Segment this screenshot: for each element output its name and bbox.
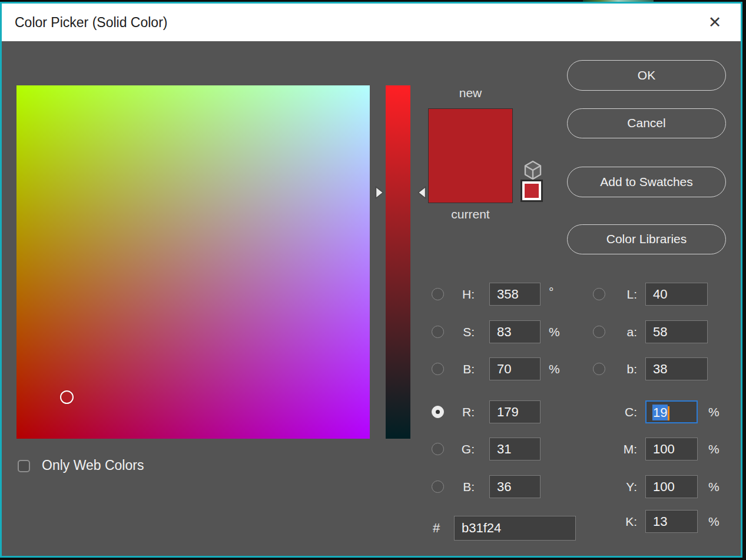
screen: Color Picker (Solid Color) ✕ new current… <box>0 0 746 560</box>
radio-h[interactable] <box>432 288 444 300</box>
label-r: R: <box>447 400 475 423</box>
radio-s[interactable] <box>432 326 444 338</box>
titlebar[interactable]: Color Picker (Solid Color) ✕ <box>2 4 741 41</box>
input-m[interactable]: 100 <box>645 438 698 460</box>
selected-text: 19 <box>652 405 668 420</box>
web-safe-color-swatch[interactable] <box>522 181 541 200</box>
only-web-colors-label: Only Web Colors <box>42 458 144 473</box>
label-y: Y: <box>606 475 637 498</box>
label-a: a: <box>606 320 637 343</box>
label-b-rgb: B: <box>447 475 475 498</box>
input-h[interactable]: 358 <box>489 283 541 306</box>
input-b-hsb[interactable]: 70 <box>489 357 541 380</box>
label-b-hsb: B: <box>447 357 475 380</box>
radio-r-selected[interactable] <box>432 406 444 418</box>
radio-b-rgb[interactable] <box>432 481 444 493</box>
color-picker-dialog: Color Picker (Solid Color) ✕ new current… <box>0 2 742 558</box>
unit-c: % <box>708 400 720 423</box>
radio-g[interactable] <box>432 443 444 455</box>
color-field-blue-gradient <box>16 85 370 439</box>
input-hex[interactable]: b31f24 <box>454 516 576 541</box>
new-color-label: new <box>428 86 513 100</box>
input-l[interactable]: 40 <box>645 283 708 306</box>
unit-s: % <box>549 320 560 343</box>
color-libraries-button[interactable]: Color Libraries <box>567 224 726 254</box>
unit-k: % <box>708 510 720 533</box>
input-g[interactable]: 31 <box>489 438 541 460</box>
add-to-swatches-button[interactable]: Add to Swatches <box>567 167 726 197</box>
slider-handle-right-icon[interactable] <box>417 186 426 199</box>
label-s: S: <box>447 320 475 343</box>
input-r[interactable]: 179 <box>489 400 541 423</box>
only-web-colors-checkbox[interactable] <box>18 460 30 472</box>
close-icon[interactable]: ✕ <box>704 12 725 33</box>
color-field[interactable] <box>16 85 370 439</box>
input-y[interactable]: 100 <box>645 475 698 498</box>
label-hex: # <box>433 516 440 541</box>
radio-b-hsb[interactable] <box>432 363 444 375</box>
current-color-swatch[interactable] <box>429 156 512 203</box>
input-b-rgb[interactable]: 36 <box>489 475 541 498</box>
slider-handle-left-icon[interactable] <box>375 186 384 199</box>
current-color-label: current <box>428 207 513 221</box>
label-m: M: <box>606 438 637 460</box>
label-h: H: <box>447 283 475 306</box>
unit-h: ° <box>549 280 553 303</box>
text-caret <box>668 406 669 420</box>
input-s[interactable]: 83 <box>489 320 541 343</box>
input-c-focused[interactable]: 19 <box>645 400 698 423</box>
radio-l[interactable] <box>593 288 605 300</box>
new-color-swatch <box>429 109 512 156</box>
unit-m: % <box>708 438 720 460</box>
cancel-button[interactable]: Cancel <box>567 108 726 138</box>
label-c: C: <box>606 400 637 423</box>
label-b-lab: b: <box>606 357 637 380</box>
radio-a[interactable] <box>593 326 605 338</box>
label-l: L: <box>606 283 637 306</box>
radio-b-lab[interactable] <box>593 363 605 375</box>
label-k: K: <box>606 510 637 533</box>
unit-b-hsb: % <box>549 357 560 380</box>
input-b-lab[interactable]: 38 <box>645 357 708 380</box>
label-g: G: <box>447 438 475 460</box>
dialog-title: Color Picker (Solid Color) <box>15 4 167 41</box>
input-k[interactable]: 13 <box>645 510 698 533</box>
color-slider[interactable] <box>386 85 410 439</box>
unit-y: % <box>708 475 720 498</box>
input-a[interactable]: 58 <box>645 320 708 343</box>
radio-dot <box>436 410 440 414</box>
new-current-swatch <box>428 108 513 203</box>
non-web-safe-warning-cube-icon[interactable] <box>523 160 542 180</box>
color-field-marker[interactable] <box>60 390 74 404</box>
ok-button[interactable]: OK <box>567 60 726 91</box>
